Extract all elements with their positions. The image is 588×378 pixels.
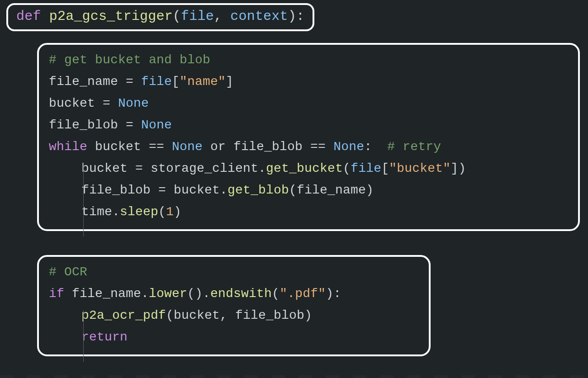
- token-keyword: return: [81, 330, 128, 344]
- token-keyword: def: [16, 9, 49, 24]
- token-function: sleep: [120, 205, 158, 219]
- code-line: def p2a_gcs_trigger(file, context):: [16, 5, 304, 27]
- token-comment: # get bucket and blob: [49, 53, 210, 67]
- token-param: context: [230, 9, 288, 24]
- code-line: p2a_ocr_pdf(bucket, file_blob): [49, 305, 419, 326]
- token: bucket =: [49, 96, 118, 110]
- token: file_name.: [72, 287, 149, 301]
- code-line: return: [49, 326, 419, 348]
- token-comment: # OCR: [49, 265, 87, 279]
- token: ):: [288, 9, 304, 24]
- token: (: [272, 287, 280, 301]
- token-keyword: if: [49, 287, 72, 301]
- token-number: 1: [166, 205, 174, 219]
- token-function: p2a_ocr_pdf: [81, 308, 166, 322]
- code-line: file_blob = bucket.get_blob(file_name): [49, 180, 568, 201]
- token-function: lower: [149, 287, 187, 301]
- token-string: ".pdf": [280, 287, 326, 301]
- token: file: [351, 161, 381, 175]
- code-line: bucket = None: [49, 93, 568, 114]
- code-box-ocr: # OCR if file_name.lower().endswith(".pd…: [37, 255, 431, 356]
- code-line: file_name = file["name"]: [49, 71, 568, 93]
- token: (bucket, file_blob): [166, 308, 312, 322]
- token: or file_blob ==: [203, 140, 333, 154]
- code-box-def: def p2a_gcs_trigger(file, context):: [6, 3, 314, 31]
- token: ().: [187, 287, 210, 301]
- token-keyword: while: [49, 140, 95, 154]
- token: file_name =: [49, 75, 141, 89]
- token-string: "name": [180, 75, 226, 89]
- token: :: [364, 140, 372, 154]
- token: ]): [450, 161, 466, 175]
- bottom-decorative-strip: [0, 375, 588, 378]
- token: ):: [326, 287, 341, 301]
- code-line: # get bucket and blob: [49, 49, 568, 71]
- token: (: [173, 9, 181, 24]
- token: (: [343, 161, 351, 175]
- token: ,: [214, 9, 230, 24]
- token-none: None: [118, 96, 149, 110]
- indent-guide: [83, 310, 84, 362]
- token-function: endswith: [210, 287, 272, 301]
- token: ): [174, 205, 181, 219]
- token: [: [381, 161, 389, 175]
- token-none: None: [141, 118, 172, 132]
- token: file: [141, 75, 172, 89]
- token-function: get_blob: [228, 183, 289, 197]
- token-function: p2a_gcs_trigger: [49, 9, 173, 24]
- token: (file_name): [289, 183, 374, 197]
- token: [372, 140, 387, 154]
- token-none: None: [172, 140, 203, 154]
- token: file_blob =: [49, 118, 141, 132]
- token: bucket = storage_client.: [81, 161, 266, 175]
- code-line: # OCR: [49, 261, 419, 283]
- code-line: time.sleep(1): [49, 201, 568, 223]
- code-box-body: # get bucket and blob file_name = file["…: [37, 43, 580, 231]
- token-none: None: [333, 140, 364, 154]
- token: (: [158, 205, 166, 219]
- code-line: file_blob = None: [49, 114, 568, 136]
- token-function: get_bucket: [266, 161, 343, 175]
- code-line: while bucket == None or file_blob == Non…: [49, 136, 568, 158]
- indent-guide: [83, 162, 84, 236]
- code-line: if file_name.lower().endswith(".pdf"):: [49, 283, 419, 305]
- token: bucket ==: [95, 140, 172, 154]
- token-param: file: [181, 9, 214, 24]
- code-line: bucket = storage_client.get_bucket(file[…: [49, 158, 568, 180]
- token: ]: [226, 75, 233, 89]
- token-string: "bucket": [389, 161, 450, 175]
- token: time.: [81, 205, 120, 219]
- token: file_blob = bucket.: [81, 183, 228, 197]
- token-comment: # retry: [387, 140, 441, 154]
- token: [: [172, 75, 180, 89]
